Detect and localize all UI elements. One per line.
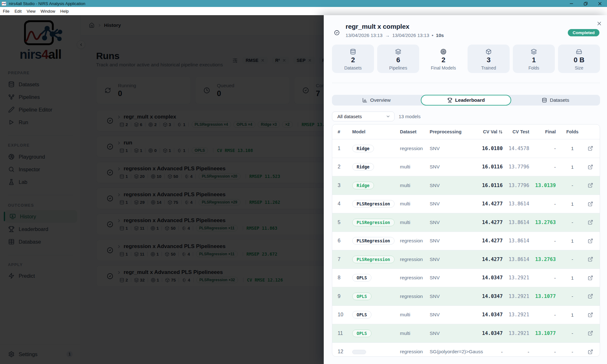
app-icon <box>2 1 6 6</box>
modal-overlay[interactable] <box>0 15 324 364</box>
cell-folds: 1 <box>556 312 581 318</box>
stat-card-size: 0 B Size <box>558 45 600 73</box>
close-icon[interactable] <box>596 20 602 27</box>
tab-leaderboard[interactable]: Leaderboard <box>421 95 511 106</box>
col-cv-val[interactable]: CV Val <box>475 129 503 134</box>
cell-rank: 2 <box>332 164 347 170</box>
col-model: Model <box>347 129 400 134</box>
table-row[interactable]: 4 PLSRegression multi SNV 14.4277 13.861… <box>332 195 600 214</box>
tab-datasets[interactable]: Datasets <box>511 95 600 106</box>
restore-button[interactable] <box>579 0 593 7</box>
table-row[interactable]: 2 Ridge multi SNV 16.0116 13.7796 - 1 <box>332 158 600 177</box>
cell-cv-val: 16.0180 <box>475 146 503 151</box>
menu-help[interactable]: Help <box>58 8 71 15</box>
cell-preprocessing: SNV <box>430 220 475 225</box>
cell-rank: 12 <box>332 349 347 355</box>
cell-cv-val: 14.4277 <box>475 220 503 225</box>
dataset-filter-select[interactable]: All datasets <box>332 112 395 121</box>
cell-cv-test: 13.2921 <box>503 331 529 336</box>
app-area: nirs4all PREPARE Datasets Pipelines Pipe… <box>0 15 607 364</box>
menu-view[interactable]: View <box>24 8 38 15</box>
table-row[interactable]: 9 OPLS regression SNV 14.0347 13.2921 13… <box>332 287 600 306</box>
col-preprocessing: Preprocessing <box>430 129 475 134</box>
table-row[interactable]: 11 OPLS multi SNV 14.0347 13.2921 13.107… <box>332 324 600 343</box>
drawer-tabs: Overview Leaderboard Datasets <box>332 95 600 106</box>
cell-preprocessing: SNV <box>430 201 475 207</box>
external-link-icon[interactable] <box>581 146 600 151</box>
col-rank: # <box>332 129 347 134</box>
cell-rank: 11 <box>332 331 347 336</box>
table-row[interactable]: 8 OPLS regression SNV 14.0347 13.2921 - … <box>332 269 600 288</box>
cell-folds: - <box>556 331 581 336</box>
stat-card-pipelines: 6 Pipelines <box>377 45 419 73</box>
table-row[interactable]: 6 PLSRegression regression SNV 14.4277 1… <box>332 232 600 251</box>
dataset-filter-value: All datasets <box>337 114 362 119</box>
stat-card-trained: 3 Trained <box>468 45 510 73</box>
external-link-icon[interactable] <box>581 257 600 262</box>
cell-dataset: multi <box>400 183 430 188</box>
stat-card-label: Pipelines <box>389 65 407 70</box>
external-link-icon[interactable] <box>581 220 600 225</box>
model-pill: PLSRegression <box>352 200 395 208</box>
col-cv-test: CV Test <box>503 129 529 134</box>
cell-cv-test: 13.8614 <box>503 257 529 262</box>
external-link-icon[interactable] <box>581 183 600 188</box>
table-row[interactable]: 1 Ridge regression SNV 16.0180 14.4578 -… <box>332 139 600 158</box>
cell-cv-val: 16.0116 <box>475 183 503 188</box>
table-row[interactable]: 12 regression SG(polyorder=2)>Gauss - - … <box>332 343 600 357</box>
close-window-button[interactable] <box>593 0 607 7</box>
duration: 10s <box>436 33 444 38</box>
cell-final: 13.2763 <box>529 220 556 225</box>
cell-rank: 5 <box>332 220 347 225</box>
external-link-icon[interactable] <box>581 275 600 281</box>
tab-label: Leaderboard <box>455 97 485 103</box>
cell-dataset: regression <box>400 146 430 151</box>
menu-window[interactable]: Window <box>38 8 58 15</box>
time-end: 13/04/2026 13:13 <box>392 33 429 38</box>
hdd-icon <box>576 49 582 55</box>
cell-rank: 1 <box>332 146 347 151</box>
stat-card-value: 2 <box>351 56 355 64</box>
model-pill: Ridge <box>352 145 374 152</box>
stat-card-value: 1 <box>532 56 536 64</box>
cell-rank: 9 <box>332 294 347 299</box>
tab-overview[interactable]: Overview <box>332 95 421 106</box>
cell-cv-test: 13.8614 <box>503 238 529 244</box>
table-row[interactable]: 10 OPLS multi SNV 14.0347 13.2921 - 1 <box>332 306 600 325</box>
cell-dataset: multi <box>400 201 430 207</box>
stat-card-folds: 1 Folds <box>513 45 555 73</box>
external-link-icon[interactable] <box>581 294 600 299</box>
table-row[interactable]: 7 PLSRegression regression SNV 14.4277 1… <box>332 250 600 269</box>
cell-cv-val: 14.0347 <box>475 294 503 299</box>
stat-card-label: Size <box>575 65 583 70</box>
cell-preprocessing: SG(polyorder=2)>Gauss <box>430 349 475 355</box>
stat-card-value: 3 <box>487 56 490 64</box>
cell-folds: 1 <box>556 275 581 281</box>
model-pill <box>352 350 366 354</box>
stat-card-datasets: 2 Datasets <box>332 45 374 73</box>
tab-label: Datasets <box>550 97 569 103</box>
window-titlebar: nirs4all Studio - NIRS Analysis Applicat… <box>0 0 607 7</box>
cell-dataset: multi <box>400 164 430 170</box>
cell-preprocessing: SNV <box>430 312 475 318</box>
cell-final: 13.1077 <box>529 331 556 336</box>
external-link-icon[interactable] <box>581 201 600 207</box>
cell-folds: - <box>556 294 581 299</box>
external-link-icon[interactable] <box>581 312 600 318</box>
col-final: Final <box>529 129 556 134</box>
external-link-icon[interactable] <box>581 331 600 336</box>
cell-dataset: multi <box>400 312 430 318</box>
menu-file[interactable]: File <box>0 8 12 15</box>
tab-label: Overview <box>370 97 391 103</box>
table-row[interactable]: 3 Ridge multi SNV 16.0116 13.7796 13.013… <box>332 176 600 195</box>
external-link-icon[interactable] <box>581 349 600 355</box>
menu-edit[interactable]: Edit <box>12 8 24 15</box>
cell-cv-val: 14.4277 <box>475 201 503 207</box>
external-link-icon[interactable] <box>581 164 600 170</box>
cell-cv-test: 13.2921 <box>503 275 529 281</box>
cell-final: - <box>529 164 556 170</box>
cell-rank: 10 <box>332 312 347 318</box>
external-link-icon[interactable] <box>581 238 600 244</box>
minimize-button[interactable] <box>564 0 579 7</box>
table-row[interactable]: 5 PLSRegression multi SNV 14.4277 13.861… <box>332 213 600 232</box>
